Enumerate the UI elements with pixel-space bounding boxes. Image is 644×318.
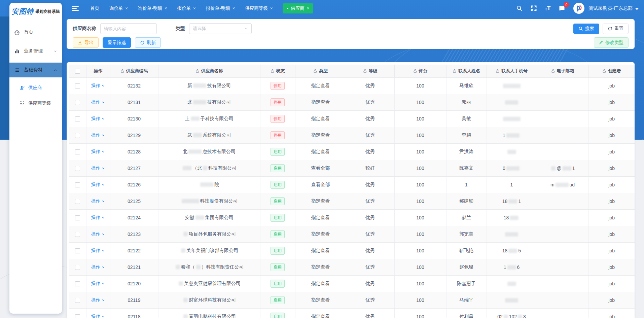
column-header[interactable]: 等级	[346, 65, 394, 77]
header-checkbox-cell	[69, 65, 86, 77]
close-icon[interactable]: ×	[232, 6, 235, 11]
export-button[interactable]: 导出	[73, 37, 99, 48]
redacted-text	[505, 232, 518, 237]
tab-home[interactable]: 首页	[90, 5, 99, 11]
column-header[interactable]: 联系人姓名	[446, 65, 487, 77]
close-icon[interactable]: ×	[126, 6, 128, 11]
operation-dropdown[interactable]: 操作	[91, 248, 105, 254]
cell-phone: 185	[487, 242, 537, 259]
cell-code: 02118	[110, 308, 158, 318]
operation-dropdown[interactable]: 操作	[91, 198, 105, 204]
row-checkbox[interactable]	[75, 232, 80, 237]
column-header[interactable]: 状态	[260, 65, 295, 77]
row-checkbox[interactable]	[75, 133, 80, 138]
operation-dropdown[interactable]: 操作	[91, 83, 105, 89]
operation-dropdown[interactable]: 操作	[91, 297, 105, 303]
row-checkbox[interactable]	[75, 199, 80, 204]
fullscreen-icon[interactable]	[531, 5, 537, 11]
cell-phone	[487, 275, 537, 292]
row-checkbox[interactable]	[75, 182, 80, 187]
status-badge: 启用	[271, 164, 285, 172]
tab-inquiry[interactable]: 询价单×	[109, 5, 128, 11]
row-checkbox[interactable]	[75, 248, 80, 253]
row-checkbox[interactable]	[75, 265, 80, 270]
operation-dropdown[interactable]: 操作	[91, 132, 105, 138]
cell-email	[537, 259, 588, 275]
row-checkbox[interactable]	[75, 83, 80, 89]
type-select[interactable]: 请选择	[189, 23, 252, 34]
row-checkbox[interactable]	[75, 298, 80, 303]
status-badge: 启用	[271, 247, 285, 255]
column-header[interactable]: 供应商编码	[110, 65, 158, 77]
column-header[interactable]: 评分	[394, 65, 446, 77]
operation-dropdown[interactable]: 操作	[91, 264, 105, 270]
row-checkbox[interactable]	[75, 100, 80, 105]
tab-supplier-active[interactable]: ●供应商×	[283, 3, 313, 13]
cell-phone: 16	[487, 259, 537, 275]
search-icon[interactable]	[516, 5, 523, 11]
avatar[interactable]	[573, 3, 584, 14]
operation-dropdown[interactable]: 操作	[91, 149, 105, 155]
cell-name: 院	[158, 176, 260, 193]
chart-icon	[14, 48, 20, 54]
tab-quote[interactable]: 报价单×	[177, 5, 196, 11]
row-checkbox[interactable]	[75, 69, 80, 74]
column-header[interactable]: 操作	[86, 65, 110, 77]
table-row: 操作 02122美年美福门诊部有限公司启用指定查看优秀100靳飞艳185job	[69, 242, 635, 259]
supplier-name-label: 供应商名称	[73, 26, 96, 32]
close-icon[interactable]: ×	[307, 6, 310, 11]
close-icon[interactable]: ×	[270, 6, 273, 11]
row-checkbox[interactable]	[75, 215, 80, 220]
row-checkbox[interactable]	[75, 281, 80, 286]
sidebar-item-supplier-grade[interactable]: 供应商等级	[9, 96, 62, 110]
operation-dropdown[interactable]: 操作	[91, 314, 105, 318]
cell-checkbox	[69, 259, 86, 275]
tab-inquiry-detail[interactable]: 询价单-明细×	[138, 5, 167, 11]
user-menu[interactable]: 测试采购员-广东总部	[588, 5, 639, 11]
row-checkbox[interactable]	[75, 166, 80, 171]
column-header[interactable]: 联系人手机号	[487, 65, 537, 77]
operation-dropdown[interactable]: 操作	[91, 215, 105, 221]
operation-dropdown[interactable]: 操作	[91, 165, 105, 171]
sidebar-item-home[interactable]: 首页	[9, 25, 62, 40]
column-header[interactable]: 供应商名称	[158, 65, 260, 77]
cell-phone	[487, 226, 537, 242]
table-header-row: 操作供应商编码供应商名称状态类型等级评分联系人姓名联系人手机号电子邮箱创建者	[69, 65, 635, 77]
cell-status: 启用	[260, 209, 295, 226]
operation-dropdown[interactable]: 操作	[91, 116, 105, 122]
collapse-menu-icon[interactable]	[72, 6, 79, 11]
row-checkbox[interactable]	[75, 149, 80, 154]
tab-label: 报价单-明细	[206, 5, 230, 11]
row-checkbox[interactable]	[75, 116, 80, 121]
font-size-icon[interactable]: TT	[545, 5, 551, 11]
chevron-down-icon	[102, 266, 105, 269]
tab-supplier-grade[interactable]: 供应商等级×	[245, 5, 273, 11]
reset-button[interactable]: 重置	[603, 24, 629, 34]
column-header[interactable]: 类型	[295, 65, 346, 77]
refresh-button[interactable]: 刷新	[135, 37, 161, 48]
show-filter-button[interactable]: 显示筛选	[103, 37, 131, 48]
column-header[interactable]: 电子邮箱	[537, 65, 588, 77]
user-name: 测试采购员-广东总部	[588, 5, 633, 11]
column-header[interactable]: 创建者	[588, 65, 635, 77]
modify-type-button[interactable]: 修改类型	[594, 37, 629, 48]
operation-dropdown[interactable]: 操作	[91, 281, 105, 287]
supplier-name-input[interactable]	[100, 23, 157, 34]
close-icon[interactable]: ×	[193, 6, 196, 11]
row-checkbox[interactable]	[75, 314, 80, 318]
operation-dropdown[interactable]: 操作	[91, 231, 105, 237]
operation-dropdown[interactable]: 操作	[91, 182, 105, 188]
operation-dropdown[interactable]: 操作	[91, 99, 105, 105]
cell-score: 100	[394, 127, 446, 143]
close-icon[interactable]: ×	[165, 6, 167, 11]
cell-score: 100	[394, 176, 446, 193]
sidebar-item-basic-data[interactable]: 基础资料	[9, 63, 62, 77]
search-button[interactable]: 搜索	[573, 24, 599, 34]
sidebar-item-business[interactable]: 业务管理	[9, 44, 62, 59]
cell-score: 100	[394, 259, 446, 275]
tab-quote-detail[interactable]: 报价单-明细×	[206, 5, 235, 11]
cell-code: 02121	[110, 259, 158, 275]
cell-status: 停用	[260, 94, 295, 110]
sidebar-item-supplier[interactable]: 供应商	[9, 81, 62, 95]
message-icon[interactable]: 0	[559, 5, 565, 12]
